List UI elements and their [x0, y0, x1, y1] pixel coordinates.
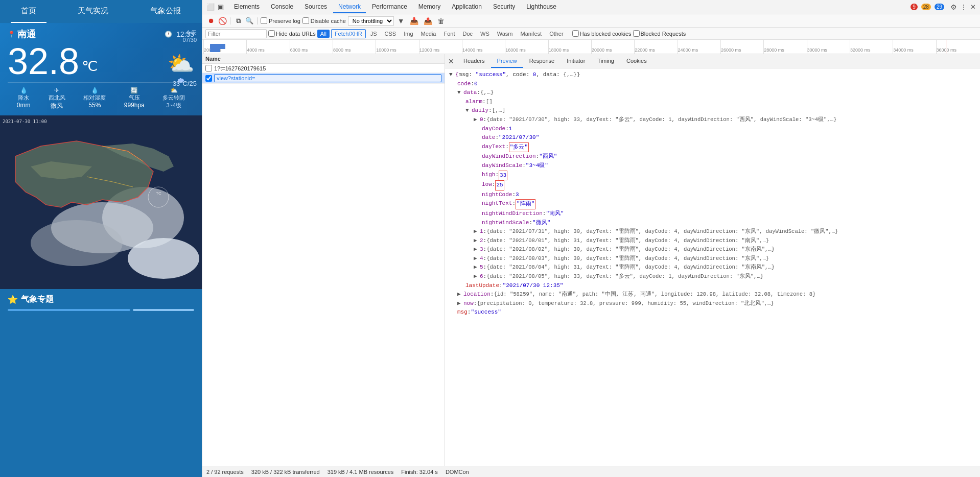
filter-tab-css[interactable]: CSS: [382, 30, 400, 38]
json-daily-2-arrow[interactable]: ▶: [474, 236, 479, 246]
filter-tab-fetchxhr[interactable]: Fetch/XHR: [331, 29, 366, 38]
panel-close-button[interactable]: ✕: [445, 55, 457, 67]
requests-list: Name 1?t=1627620179615 view?stationid=: [202, 54, 445, 466]
resp-tab-timing[interactable]: Timing: [591, 54, 620, 68]
timeline-marks: 2000 ms 4000 ms 6000 ms 8000 ms 10000 ms…: [202, 40, 980, 54]
pressure-label: 气压: [129, 94, 140, 102]
mark-28000: 28000 ms: [763, 40, 806, 54]
json-daily-1-line: ▶ 1: {date: "2021/07/31", high: 30, dayT…: [449, 227, 976, 236]
json-daywindscale-line: dayWindScale: "3~4级": [449, 161, 976, 171]
json-key-daytext: dayText: [482, 142, 505, 152]
humidity-detail: 💧 相对湿度 55%: [83, 87, 106, 110]
name-column-header: Name: [205, 56, 221, 62]
json-colon-data: :: [477, 88, 480, 98]
filter-tab-ws[interactable]: WS: [477, 30, 493, 38]
export-har-icon[interactable]: 📤: [422, 17, 434, 25]
json-key-daily-6: 6: [480, 272, 483, 281]
dock-icon-2[interactable]: ▣: [218, 3, 224, 11]
search-icon[interactable]: 🔍: [245, 16, 254, 26]
json-daily-collapsed: [,…]: [492, 106, 505, 115]
resp-tab-preview[interactable]: Preview: [491, 54, 523, 68]
filter-tab-wasm[interactable]: Wasm: [494, 30, 516, 38]
throttle-select[interactable]: No throttling Fast 3G Slow 3G Offline: [348, 16, 394, 26]
humidity-icon: 💧: [91, 87, 99, 94]
info-badge: 29: [935, 4, 944, 10]
hide-data-urls-checkbox[interactable]: [268, 30, 275, 37]
nav-item-home[interactable]: 首页: [11, 0, 46, 23]
json-nightwindir-line: nightWindDirection: "南风": [449, 209, 976, 219]
import-har-icon[interactable]: 📥: [408, 17, 420, 25]
tab-security[interactable]: Security: [488, 1, 520, 13]
json-key-location: location: [463, 290, 491, 299]
json-daily-4-arrow[interactable]: ▶: [474, 254, 479, 264]
nav-item-weather[interactable]: 天气实况: [67, 0, 119, 23]
blocked-requests-checkbox[interactable]: [633, 30, 640, 37]
json-key-nightwindscale: nightWindScale: [482, 219, 529, 228]
filter-tab-doc[interactable]: Doc: [459, 30, 476, 38]
wind-detail: ✈ 西北风 微风: [49, 87, 65, 110]
json-val-daycode: 1: [509, 125, 512, 134]
precip-icon: 💧: [20, 87, 28, 94]
json-low-line: low: 25: [449, 180, 976, 190]
json-daily-5-arrow[interactable]: ▶: [474, 263, 479, 272]
request-row-1[interactable]: 1?t=1627620179615: [202, 64, 445, 73]
filter-input[interactable]: [205, 29, 267, 38]
json-root-arrow[interactable]: ▼: [449, 70, 454, 80]
disable-cache-checkbox-label: Disable cache: [302, 17, 346, 24]
preserve-log-checkbox[interactable]: [261, 17, 267, 24]
nav-item-report[interactable]: 气象公报: [140, 0, 191, 23]
disable-cache-checkbox[interactable]: [302, 17, 309, 24]
json-daily-0-arrow[interactable]: ▶: [474, 115, 479, 125]
progress-bar-blue: [8, 309, 130, 311]
tab-sources[interactable]: Sources: [299, 1, 332, 13]
json-now-arrow[interactable]: ▶: [457, 299, 462, 308]
json-daily-3-arrow[interactable]: ▶: [474, 245, 479, 254]
json-data-arrow[interactable]: ▼: [457, 88, 462, 98]
clear-requests-icon[interactable]: 🗑: [436, 17, 446, 25]
mark-14000: 14000 ms: [462, 40, 505, 54]
tab-application[interactable]: Application: [447, 1, 487, 13]
blocked-cookies-checkbox[interactable]: [572, 30, 579, 37]
json-colon-0: :: [483, 115, 487, 125]
tab-elements[interactable]: Elements: [229, 1, 265, 13]
record-button[interactable]: ⏺: [206, 16, 216, 26]
resp-tab-response[interactable]: Response: [523, 54, 561, 68]
json-daily-1-arrow[interactable]: ▶: [474, 227, 479, 236]
tab-lighthouse[interactable]: Lighthouse: [521, 1, 562, 13]
tab-performance[interactable]: Performance: [367, 1, 412, 13]
filter-tab-manifest[interactable]: Manifest: [518, 30, 545, 38]
json-daily-arrow[interactable]: ▼: [465, 106, 471, 115]
resp-tab-headers[interactable]: Headers: [457, 54, 491, 68]
json-key-daywindir: dayWindDirection: [482, 152, 536, 161]
json-daily-6-arrow[interactable]: ▶: [474, 272, 479, 281]
filter-tab-other[interactable]: Other: [546, 30, 567, 38]
filter-tab-media[interactable]: Media: [418, 30, 439, 38]
request-row-2[interactable]: view?stationid=: [202, 73, 445, 84]
filter-tab-img[interactable]: Img: [401, 30, 416, 38]
close-devtools-icon[interactable]: ✕: [970, 3, 976, 11]
dock-icon-1[interactable]: ⬜: [206, 3, 215, 11]
filter-tab-js[interactable]: JS: [367, 30, 380, 38]
filter-tab-font[interactable]: Font: [440, 30, 458, 38]
mark-36000: 36000 ms: [936, 40, 979, 54]
settings-icon[interactable]: ⚙: [950, 3, 957, 11]
tab-console[interactable]: Console: [266, 1, 298, 13]
filter-icon[interactable]: ⧉: [234, 16, 243, 26]
throttle-dropdown-icon[interactable]: ▼: [396, 17, 406, 25]
json-key-now: now: [463, 299, 474, 308]
tab-memory[interactable]: Memory: [413, 1, 446, 13]
request-checkbox-2[interactable]: [205, 75, 212, 82]
tab-network[interactable]: Network: [333, 1, 366, 13]
json-daily-2-line: ▶ 2: {date: "2021/08/01", high: 31, dayT…: [449, 236, 976, 246]
request-checkbox-1[interactable]: [205, 65, 212, 71]
filter-tab-all[interactable]: All: [317, 30, 330, 38]
json-date-line: date: "2021/07/30": [449, 133, 976, 142]
json-location-arrow[interactable]: ▶: [457, 290, 462, 299]
temp-unit: ℃: [82, 58, 98, 75]
json-alarm-line: alarm: []: [449, 98, 976, 107]
resp-tab-cookies[interactable]: Cookies: [620, 54, 653, 68]
more-icon[interactable]: ⋮: [960, 3, 967, 11]
json-nightwindscale-line: nightWindScale: "微风": [449, 219, 976, 228]
resp-tab-initiator[interactable]: Initiator: [561, 54, 591, 68]
clear-button[interactable]: 🚫: [218, 16, 227, 26]
